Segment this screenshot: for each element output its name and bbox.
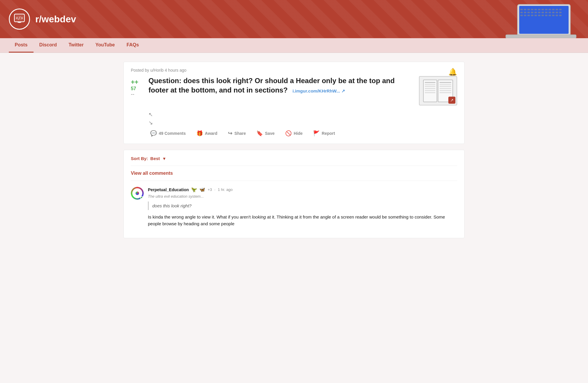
post-card: 🔔 Posted by u/Horib 4 hours ago ++ 57 --… <box>123 62 465 144</box>
nav-discord[interactable]: Discord <box>34 38 63 53</box>
svg-rect-30 <box>556 12 558 13</box>
post-title: Question: does this look right? Or shoul… <box>148 76 413 95</box>
report-label: Report <box>322 131 335 136</box>
subreddit-info: </> r/webdev <box>9 9 76 30</box>
svg-rect-50 <box>425 90 435 91</box>
svg-text:</>: </> <box>16 16 23 20</box>
svg-rect-9 <box>524 9 526 10</box>
svg-rect-15 <box>545 9 547 10</box>
hide-button[interactable]: 🚫 Hide <box>283 129 304 138</box>
svg-rect-52 <box>440 82 451 83</box>
avatar-online-indicator <box>140 196 143 199</box>
post-external-link[interactable]: i.imgur.com/KHrRhW... ↗ <box>293 88 345 94</box>
comment-username[interactable]: Perpetual_Education <box>148 187 189 192</box>
svg-rect-26 <box>542 12 544 13</box>
view-all-comments-link[interactable]: View all comments <box>131 171 457 181</box>
svg-rect-56 <box>440 90 451 91</box>
svg-rect-57 <box>440 92 451 93</box>
expand-icon-se: ↘ <box>148 120 457 126</box>
svg-rect-46 <box>425 82 435 83</box>
vote-down-button[interactable]: -- <box>131 91 138 98</box>
share-button[interactable]: ↪ Share <box>226 129 248 138</box>
svg-rect-48 <box>425 86 435 87</box>
comment-quote-text: does this look right? <box>152 203 191 208</box>
comment-score: +3 <box>208 187 212 192</box>
save-icon: 🔖 <box>256 130 263 137</box>
svg-rect-21 <box>524 12 526 13</box>
nav-faqs[interactable]: FAQs <box>121 38 145 53</box>
post-title-text: Question: does this look right? Or shoul… <box>148 77 395 94</box>
post-thumbnail[interactable]: ↗ <box>419 76 457 105</box>
sort-row: Sort By: Best ▼ <box>131 156 457 166</box>
post-header-row: ++ 57 -- Question: does this look right?… <box>131 76 457 105</box>
svg-rect-33 <box>524 15 526 16</box>
comment-text-italic: looking <box>252 214 266 219</box>
svg-rect-27 <box>545 12 547 13</box>
svg-rect-22 <box>527 12 530 13</box>
comments-button[interactable]: 💬 49 Comments <box>148 129 188 138</box>
svg-rect-53 <box>440 84 451 85</box>
nav-youtube[interactable]: YouTube <box>89 38 121 53</box>
svg-rect-16 <box>549 9 551 10</box>
svg-rect-54 <box>440 86 451 87</box>
svg-rect-51 <box>425 92 435 93</box>
svg-rect-29 <box>552 12 554 13</box>
svg-rect-47 <box>425 84 435 85</box>
svg-rect-19 <box>559 9 562 10</box>
comment-quote: does this look right? <box>148 201 457 210</box>
save-label: Save <box>265 131 275 136</box>
hide-label: Hide <box>294 131 303 136</box>
vote-section: ++ 57 -- <box>131 78 138 98</box>
subreddit-title: r/webdev <box>35 14 76 25</box>
comment-flair-1: 🦖 <box>191 187 197 192</box>
sort-dropdown-arrow[interactable]: ▼ <box>162 156 166 161</box>
comment-header: Perpetual_Education 🦖 🦋 +3 · 1 hr. ago <box>148 187 457 192</box>
subreddit-banner: </> r/webdev <box>0 0 588 38</box>
comment: Perpetual_Education 🦖 🦋 +3 · 1 hr. ago T… <box>131 187 457 227</box>
svg-rect-49 <box>425 88 435 89</box>
svg-rect-25 <box>538 12 540 13</box>
svg-rect-23 <box>531 12 533 13</box>
avatar-dot <box>136 192 139 195</box>
svg-rect-7 <box>506 35 576 38</box>
svg-rect-55 <box>440 88 451 89</box>
subreddit-icon: </> <box>9 9 30 30</box>
hide-icon: 🚫 <box>285 130 292 137</box>
comment-flair-2: 🦋 <box>199 187 205 192</box>
comments-icon: 💬 <box>150 130 157 137</box>
svg-rect-37 <box>538 15 540 16</box>
comment-body: Perpetual_Education 🦖 🦋 +3 · 1 hr. ago T… <box>148 187 457 227</box>
nav-twitter[interactable]: Twitter <box>63 38 89 53</box>
subreddit-nav: Posts Discord Twitter YouTube FAQs <box>0 38 588 53</box>
save-button[interactable]: 🔖 Save <box>255 129 276 138</box>
svg-rect-17 <box>552 9 554 10</box>
nav-posts[interactable]: Posts <box>9 38 34 53</box>
svg-rect-32 <box>520 15 523 16</box>
bell-icon[interactable]: 🔔 <box>448 68 457 76</box>
post-title-area: Question: does this look right? Or shoul… <box>148 76 419 95</box>
svg-rect-43 <box>559 15 562 16</box>
svg-rect-13 <box>538 9 540 10</box>
expand-arrows[interactable]: ↖ ↘ <box>131 111 457 126</box>
svg-rect-39 <box>545 15 547 16</box>
report-button[interactable]: 🚩 Report <box>311 129 337 138</box>
svg-rect-36 <box>534 15 537 16</box>
post-meta-text: Posted by u/Horib 4 hours ago <box>131 68 186 73</box>
comment-text: Is kinda the wrong angle to view it. Wha… <box>148 214 457 227</box>
comment-separator: · <box>214 187 216 192</box>
vote-up-button[interactable]: ++ <box>131 78 138 86</box>
laptop-illustration <box>488 0 588 38</box>
svg-rect-24 <box>534 12 537 13</box>
svg-rect-11 <box>531 9 533 10</box>
sort-value[interactable]: Best <box>150 156 160 161</box>
post-actions: 💬 49 Comments 🎁 Award ↪ Share 🔖 Save 🚫 H… <box>131 129 457 138</box>
svg-rect-38 <box>542 15 544 16</box>
share-label: Share <box>234 131 246 136</box>
comments-section: Sort By: Best ▼ View all comments Perpet… <box>123 150 465 238</box>
award-button[interactable]: 🎁 Award <box>195 129 219 138</box>
svg-rect-10 <box>527 9 530 10</box>
commenter-avatar <box>131 187 144 200</box>
thumbnail-link-icon[interactable]: ↗ <box>448 97 455 104</box>
comment-tagline: The ultra evil education system... <box>148 194 457 199</box>
comment-text-part1: Is kinda the wrong angle to view it. Wha… <box>148 214 252 219</box>
